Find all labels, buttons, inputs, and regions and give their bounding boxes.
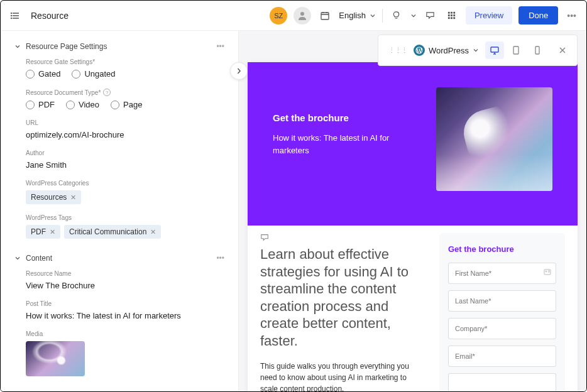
svg-rect-22 bbox=[491, 47, 498, 52]
radio-icon bbox=[72, 70, 80, 79]
main-area: Resource Page Settings ••• Resource Gate… bbox=[1, 31, 586, 391]
resource-name-value[interactable]: View The Brochure bbox=[26, 281, 224, 290]
last-name-input[interactable] bbox=[448, 290, 556, 312]
radio-ungated[interactable]: Ungated bbox=[72, 69, 115, 79]
user-avatar-initials[interactable]: SZ bbox=[270, 7, 287, 24]
author-value[interactable]: Jane Smith bbox=[26, 160, 224, 170]
section-more-icon[interactable]: ••• bbox=[216, 254, 224, 263]
section-title: Content bbox=[26, 254, 52, 263]
media-thumbnail[interactable] bbox=[26, 341, 85, 376]
first-name-input[interactable] bbox=[448, 263, 556, 284]
grid-icon[interactable] bbox=[444, 8, 459, 23]
radio-icon bbox=[26, 101, 35, 109]
tag-resources[interactable]: Resources✕ bbox=[26, 190, 81, 204]
tags-label: WordPress Tags bbox=[26, 214, 224, 221]
section-header-content[interactable]: Content ••• bbox=[14, 254, 224, 263]
remove-tag-icon[interactable]: ✕ bbox=[150, 228, 156, 236]
device-desktop-icon[interactable] bbox=[485, 41, 504, 59]
section-more-icon[interactable]: ••• bbox=[216, 42, 224, 51]
radio-gated[interactable]: Gated bbox=[26, 69, 60, 79]
media-label: Media bbox=[26, 330, 224, 337]
section-title: Resource Page Settings bbox=[26, 42, 107, 51]
device-mobile-icon[interactable] bbox=[528, 41, 547, 59]
section-header-settings[interactable]: Resource Page Settings ••• bbox=[14, 42, 224, 51]
svg-point-28 bbox=[546, 271, 547, 272]
device-tablet-icon[interactable] bbox=[507, 41, 525, 59]
list-icon[interactable] bbox=[8, 8, 23, 23]
lightbulb-icon[interactable] bbox=[389, 8, 404, 23]
platform-selector[interactable]: WordPress bbox=[414, 45, 479, 56]
svg-point-4 bbox=[11, 15, 12, 16]
language-selector[interactable]: English bbox=[339, 11, 376, 20]
tag-critical-communication[interactable]: Critical Communication✕ bbox=[64, 225, 161, 239]
language-label: English bbox=[339, 11, 366, 20]
svg-rect-19 bbox=[451, 17, 453, 19]
lead-form: Get the brochure bbox=[439, 233, 565, 391]
comment-icon[interactable] bbox=[423, 8, 438, 23]
chevron-down-icon bbox=[370, 13, 376, 19]
preview-button[interactable]: Preview bbox=[466, 6, 512, 24]
author-label: Author bbox=[26, 150, 224, 156]
svg-rect-12 bbox=[448, 12, 450, 14]
svg-rect-26 bbox=[535, 46, 539, 54]
email-input[interactable] bbox=[448, 346, 556, 367]
radio-icon bbox=[111, 101, 119, 109]
svg-point-5 bbox=[11, 18, 12, 18]
extra-input[interactable] bbox=[448, 373, 556, 391]
article-paragraph: This guide walks you through everything … bbox=[260, 361, 420, 391]
user-avatar-face[interactable] bbox=[294, 7, 311, 24]
radio-icon bbox=[26, 70, 35, 79]
close-icon[interactable] bbox=[558, 46, 567, 55]
svg-point-6 bbox=[300, 12, 304, 16]
chevron-down-icon bbox=[473, 47, 479, 53]
radio-video[interactable]: Video bbox=[66, 100, 99, 109]
chevron-down-icon bbox=[14, 255, 21, 261]
svg-rect-7 bbox=[321, 13, 329, 19]
comment-icon[interactable] bbox=[260, 233, 420, 242]
tag-pdf[interactable]: PDF✕ bbox=[26, 225, 60, 239]
remove-tag-icon[interactable]: ✕ bbox=[70, 193, 76, 202]
device-toolbar: ⋮⋮⋮ WordPress bbox=[378, 35, 578, 66]
page-title: Resource bbox=[31, 11, 69, 21]
svg-rect-14 bbox=[454, 12, 456, 14]
url-value[interactable]: optimizely.com/AI-brochure bbox=[26, 130, 224, 139]
svg-rect-18 bbox=[448, 17, 450, 19]
form-title: Get the brochure bbox=[448, 244, 556, 254]
page-preview: Get the brochure How it works: The lates… bbox=[248, 62, 578, 391]
calendar-icon[interactable] bbox=[317, 8, 332, 23]
categories-label: WordPress Categories bbox=[26, 180, 224, 187]
svg-rect-25 bbox=[513, 46, 518, 54]
done-button[interactable]: Done bbox=[518, 6, 558, 24]
company-input[interactable] bbox=[448, 318, 556, 339]
drag-handle-icon[interactable]: ⋮⋮⋮ bbox=[388, 46, 407, 55]
wordpress-icon bbox=[414, 45, 425, 56]
settings-sidebar: Resource Page Settings ••• Resource Gate… bbox=[1, 31, 239, 391]
url-label: URL bbox=[26, 119, 224, 126]
top-bar: Resource SZ English Preview Done ••• bbox=[1, 1, 586, 31]
chevron-down-icon bbox=[14, 43, 21, 50]
preview-pane: ⋮⋮⋮ WordPress bbox=[239, 31, 586, 391]
svg-point-3 bbox=[11, 13, 12, 13]
svg-rect-17 bbox=[454, 14, 456, 16]
svg-rect-16 bbox=[451, 14, 453, 16]
post-title-label: Post Title bbox=[26, 300, 224, 307]
gate-label: Resource Gate Settings* bbox=[26, 58, 224, 65]
svg-rect-15 bbox=[448, 14, 450, 16]
doctype-label: Resource Document Type* ? bbox=[26, 89, 224, 96]
platform-label: WordPress bbox=[429, 46, 469, 55]
chevron-down-icon[interactable] bbox=[410, 13, 417, 19]
post-title-value[interactable]: How it works: The latest in AI for marke… bbox=[26, 311, 224, 320]
hero-image bbox=[436, 87, 552, 191]
collapse-sidebar-button[interactable] bbox=[230, 62, 248, 80]
svg-rect-20 bbox=[454, 17, 456, 19]
remove-tag-icon[interactable]: ✕ bbox=[50, 228, 55, 236]
svg-rect-13 bbox=[451, 12, 453, 14]
radio-page[interactable]: Page bbox=[111, 100, 142, 109]
hero-title: Get the brochure bbox=[273, 112, 417, 123]
hero-subtitle: How it works: The latest in AI for marke… bbox=[273, 132, 417, 156]
hero-section: Get the brochure How it works: The lates… bbox=[248, 62, 578, 226]
radio-pdf[interactable]: PDF bbox=[26, 100, 55, 109]
radio-icon bbox=[66, 101, 75, 109]
more-menu-icon[interactable]: ••• bbox=[564, 11, 579, 21]
help-icon[interactable]: ? bbox=[103, 89, 111, 96]
